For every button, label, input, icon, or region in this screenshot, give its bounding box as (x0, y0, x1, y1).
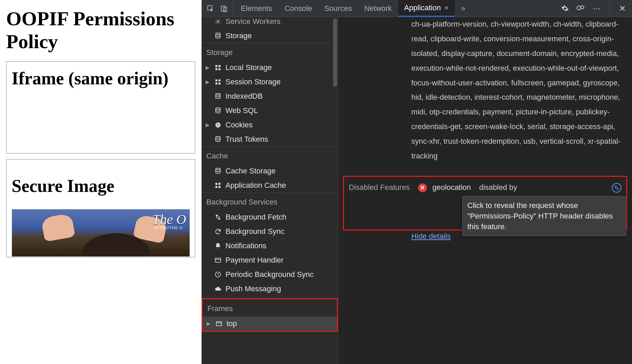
section-background-services: Background Services (202, 193, 338, 210)
sidebar-item-label: Cookies (225, 121, 252, 129)
sidebar-item-frame-top[interactable]: ▸top (203, 317, 337, 331)
grid-icon (214, 181, 222, 190)
more-tabs[interactable]: » (455, 0, 471, 17)
kebab-icon[interactable]: ⋯ (593, 4, 601, 13)
svg-rect-8 (219, 65, 221, 67)
sidebar-item-payment-handler[interactable]: ▸Payment Handler (202, 253, 338, 267)
sidebar-item-label: Periodic Background Sync (225, 270, 314, 279)
svg-point-4 (581, 5, 584, 9)
chevron-right-icon[interactable]: ▸ (204, 121, 210, 129)
iframe-same-origin: Iframe (same origin) (6, 61, 195, 153)
frames-highlight: Frames ▸top (202, 298, 338, 332)
sidebar-item-application-cache[interactable]: ▸Application Cache (202, 178, 338, 193)
sidebar-item-label: Payment Handler (225, 256, 284, 265)
tab-sources[interactable]: Sources (318, 0, 358, 17)
close-devtools-icon[interactable]: ✕ (619, 4, 626, 13)
sidebar-item-trust-tokens[interactable]: ▸Trust Tokens (202, 132, 338, 146)
svg-rect-24 (219, 183, 221, 185)
allowed-features-list: ch-ua-platform-version, ch-viewport-widt… (343, 17, 627, 164)
sidebar-item-label: Application Cache (225, 181, 286, 190)
svg-point-22 (216, 168, 220, 170)
sidebar-item-label: Push Messaging (225, 284, 281, 293)
tab-network[interactable]: Network (358, 0, 398, 17)
svg-point-15 (216, 94, 220, 95)
section-storage: Storage (202, 43, 338, 60)
gear-icon[interactable] (561, 5, 569, 12)
section-frames: Frames (203, 299, 337, 317)
svg-rect-7 (216, 65, 218, 67)
section-cache: Cache (202, 146, 338, 164)
sidebar-item-label: top (226, 319, 237, 328)
inspect-icon[interactable] (204, 2, 217, 15)
svg-rect-25 (216, 186, 218, 188)
sidebar-item-push-messaging[interactable]: ▸Push Messaging (202, 282, 338, 296)
frame-detail-pane[interactable]: ch-ua-platform-version, ch-viewport-widt… (338, 17, 632, 364)
sidebar-item-label: Storage (225, 31, 252, 40)
sidebar-item-cookies[interactable]: ▸Cookies (202, 118, 338, 132)
db-icon (214, 167, 222, 175)
sidebar-item-indexeddb[interactable]: ▸IndexedDB (202, 89, 338, 103)
svg-rect-9 (216, 68, 218, 70)
sidebar-item-background-fetch[interactable]: ▸Background Fetch (202, 210, 338, 224)
tab-application[interactable]: Application ✕ (398, 0, 455, 17)
svg-point-17 (216, 123, 221, 128)
bell-icon (214, 242, 222, 250)
sidebar-item-storage-app[interactable]: ▸ Storage (202, 29, 338, 43)
grid-icon (214, 78, 222, 86)
svg-rect-27 (215, 258, 221, 262)
feedback-icon[interactable] (576, 5, 585, 12)
card-icon (214, 256, 222, 264)
disabled-features-row: Disabled Features ✕ geolocation disabled… (343, 176, 627, 230)
secure-heading: Secure Image (12, 176, 190, 197)
reveal-network-icon[interactable] (612, 183, 621, 193)
svg-rect-12 (219, 80, 221, 82)
tab-console[interactable]: Console (278, 0, 318, 17)
sidebar-item-label: Session Storage (225, 78, 280, 86)
sidebar-item-service-workers[interactable]: ▸ Service Workers (202, 17, 338, 29)
sidebar-item-session-storage[interactable]: ▸Session Storage (202, 75, 338, 89)
tab-elements[interactable]: Elements (235, 0, 278, 17)
updown-icon (214, 213, 222, 221)
sync-icon (214, 227, 222, 236)
devtools-panel: Elements Console Sources Network Applica… (202, 0, 632, 364)
clock-icon (214, 270, 222, 279)
sidebar-item-notifications[interactable]: ▸Notifications (202, 239, 338, 253)
cloud-icon (214, 285, 222, 293)
svg-rect-14 (219, 83, 221, 85)
error-icon: ✕ (418, 183, 427, 192)
disabled-features-label: Disabled Features (349, 183, 410, 192)
svg-point-5 (217, 20, 219, 23)
svg-point-20 (217, 125, 218, 126)
application-sidebar[interactable]: ▸ Service Workers ▸ Storage Storage ▸Loc… (202, 17, 338, 364)
svg-point-19 (218, 124, 219, 125)
svg-point-16 (216, 108, 220, 110)
window-icon (215, 320, 223, 328)
page-title: OOPIF Permissions Policy (6, 8, 195, 53)
sidebar-item-label: Background Fetch (225, 213, 287, 222)
chevron-right-icon[interactable]: ▸ (204, 63, 210, 72)
chevron-right-icon[interactable]: ▸ (205, 319, 211, 328)
svg-rect-10 (219, 68, 221, 70)
sidebar-item-local-storage[interactable]: ▸Local Storage (202, 60, 338, 75)
sidebar-item-label: Web SQL (225, 106, 258, 115)
gear-icon (214, 17, 222, 26)
device-toggle-icon[interactable] (218, 2, 230, 15)
disabled-by-text: disabled by (479, 183, 517, 192)
cookie-icon (214, 121, 222, 129)
svg-point-6 (216, 33, 220, 35)
sidebar-item-label: Cache Storage (225, 167, 276, 176)
sidebar-item-label: IndexedDB (225, 92, 263, 101)
db-icon (214, 107, 222, 115)
hide-details-link[interactable]: Hide details (411, 232, 451, 241)
close-icon[interactable]: ✕ (444, 5, 449, 11)
scrollbar-thumb[interactable] (333, 18, 337, 87)
svg-rect-29 (217, 322, 222, 326)
image-overlay-text: The O (152, 211, 186, 227)
sidebar-item-periodic-background-sync[interactable]: ▸Periodic Background Sync (202, 267, 338, 282)
sidebar-item-cache-storage[interactable]: ▸Cache Storage (202, 164, 338, 178)
svg-rect-26 (219, 186, 221, 188)
sidebar-item-web-sql[interactable]: ▸Web SQL (202, 103, 338, 118)
chevron-right-icon[interactable]: ▸ (204, 78, 210, 86)
secure-image: The O HTTP://THE O (12, 209, 190, 257)
sidebar-item-background-sync[interactable]: ▸Background Sync (202, 224, 338, 239)
